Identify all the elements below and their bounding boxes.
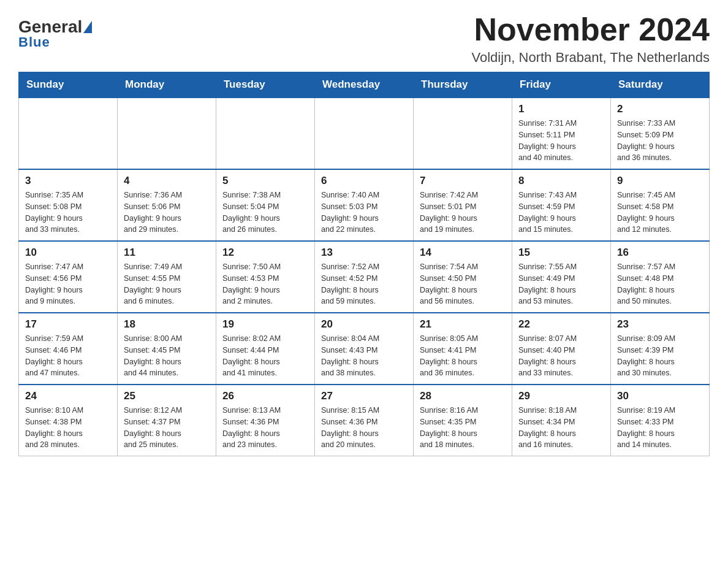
- day-number-2: 2: [617, 103, 703, 115]
- cell-w0-d0: [19, 98, 118, 169]
- day-number-22: 22: [518, 318, 604, 331]
- cell-w4-d6: 30Sunrise: 8:19 AM Sunset: 4:33 PM Dayli…: [611, 385, 710, 456]
- header-wednesday: Wednesday: [315, 72, 414, 98]
- weekday-header-row: Sunday Monday Tuesday Wednesday Thursday…: [19, 72, 710, 98]
- day-number-15: 15: [518, 247, 604, 259]
- day-info-3: Sunrise: 7:35 AM Sunset: 5:08 PM Dayligh…: [25, 190, 111, 236]
- cell-w1-d3: 6Sunrise: 7:40 AM Sunset: 5:03 PM Daylig…: [315, 169, 414, 241]
- day-number-10: 10: [25, 247, 111, 259]
- day-info-1: Sunrise: 7:31 AM Sunset: 5:11 PM Dayligh…: [518, 118, 604, 164]
- header-saturday: Saturday: [611, 72, 710, 98]
- day-number-24: 24: [25, 390, 111, 402]
- cell-w3-d5: 22Sunrise: 8:07 AM Sunset: 4:40 PM Dayli…: [512, 313, 611, 385]
- day-number-3: 3: [25, 175, 111, 187]
- day-number-29: 29: [518, 390, 604, 402]
- day-info-23: Sunrise: 8:09 AM Sunset: 4:39 PM Dayligh…: [617, 333, 703, 379]
- day-number-11: 11: [124, 247, 210, 259]
- week-row-1: 3Sunrise: 7:35 AM Sunset: 5:08 PM Daylig…: [19, 169, 710, 241]
- day-info-25: Sunrise: 8:12 AM Sunset: 4:37 PM Dayligh…: [124, 405, 210, 451]
- cell-w3-d0: 17Sunrise: 7:59 AM Sunset: 4:46 PM Dayli…: [19, 313, 118, 385]
- cell-w3-d6: 23Sunrise: 8:09 AM Sunset: 4:39 PM Dayli…: [611, 313, 710, 385]
- day-info-20: Sunrise: 8:04 AM Sunset: 4:43 PM Dayligh…: [321, 333, 407, 379]
- day-info-6: Sunrise: 7:40 AM Sunset: 5:03 PM Dayligh…: [321, 190, 407, 236]
- cell-w0-d3: [315, 98, 414, 169]
- day-number-14: 14: [420, 247, 506, 259]
- week-row-2: 10Sunrise: 7:47 AM Sunset: 4:56 PM Dayli…: [19, 241, 710, 313]
- day-number-7: 7: [420, 175, 506, 187]
- day-number-26: 26: [222, 390, 308, 402]
- day-number-20: 20: [321, 318, 407, 331]
- cell-w0-d2: [216, 98, 315, 169]
- cell-w1-d5: 8Sunrise: 7:43 AM Sunset: 4:59 PM Daylig…: [512, 169, 611, 241]
- day-info-12: Sunrise: 7:50 AM Sunset: 4:53 PM Dayligh…: [222, 261, 308, 307]
- day-info-24: Sunrise: 8:10 AM Sunset: 4:38 PM Dayligh…: [25, 405, 111, 451]
- title-area: November 2024 Voldijn, North Brabant, Th…: [472, 12, 710, 66]
- day-info-9: Sunrise: 7:45 AM Sunset: 4:58 PM Dayligh…: [617, 190, 703, 236]
- week-row-3: 17Sunrise: 7:59 AM Sunset: 4:46 PM Dayli…: [19, 313, 710, 385]
- day-info-30: Sunrise: 8:19 AM Sunset: 4:33 PM Dayligh…: [617, 405, 703, 451]
- header-sunday: Sunday: [19, 72, 118, 98]
- cell-w2-d0: 10Sunrise: 7:47 AM Sunset: 4:56 PM Dayli…: [19, 241, 118, 313]
- day-info-19: Sunrise: 8:02 AM Sunset: 4:44 PM Dayligh…: [222, 333, 308, 379]
- day-info-22: Sunrise: 8:07 AM Sunset: 4:40 PM Dayligh…: [518, 333, 604, 379]
- day-number-30: 30: [617, 390, 703, 402]
- header-area: General Blue November 2024 Voldijn, Nort…: [18, 12, 710, 66]
- day-number-18: 18: [124, 318, 210, 331]
- cell-w4-d3: 27Sunrise: 8:15 AM Sunset: 4:36 PM Dayli…: [315, 385, 414, 456]
- cell-w3-d1: 18Sunrise: 8:00 AM Sunset: 4:45 PM Dayli…: [118, 313, 216, 385]
- day-info-21: Sunrise: 8:05 AM Sunset: 4:41 PM Dayligh…: [420, 333, 506, 379]
- cell-w0-d6: 2Sunrise: 7:33 AM Sunset: 5:09 PM Daylig…: [611, 98, 710, 169]
- cell-w1-d1: 4Sunrise: 7:36 AM Sunset: 5:06 PM Daylig…: [118, 169, 216, 241]
- day-info-8: Sunrise: 7:43 AM Sunset: 4:59 PM Dayligh…: [518, 190, 604, 236]
- header-friday: Friday: [512, 72, 611, 98]
- day-info-4: Sunrise: 7:36 AM Sunset: 5:06 PM Dayligh…: [124, 190, 210, 236]
- logo-general: General: [18, 18, 82, 36]
- cell-w1-d0: 3Sunrise: 7:35 AM Sunset: 5:08 PM Daylig…: [19, 169, 118, 241]
- cell-w3-d4: 21Sunrise: 8:05 AM Sunset: 4:41 PM Dayli…: [414, 313, 512, 385]
- cell-w1-d6: 9Sunrise: 7:45 AM Sunset: 4:58 PM Daylig…: [611, 169, 710, 241]
- logo: General Blue: [18, 18, 92, 50]
- day-number-9: 9: [617, 175, 703, 187]
- header-monday: Monday: [118, 72, 216, 98]
- day-number-21: 21: [420, 318, 506, 331]
- cell-w2-d5: 15Sunrise: 7:55 AM Sunset: 4:49 PM Dayli…: [512, 241, 611, 313]
- day-info-26: Sunrise: 8:13 AM Sunset: 4:36 PM Dayligh…: [222, 405, 308, 451]
- calendar-table: Sunday Monday Tuesday Wednesday Thursday…: [18, 72, 710, 456]
- cell-w2-d6: 16Sunrise: 7:57 AM Sunset: 4:48 PM Dayli…: [611, 241, 710, 313]
- cell-w4-d2: 26Sunrise: 8:13 AM Sunset: 4:36 PM Dayli…: [216, 385, 315, 456]
- day-number-8: 8: [518, 175, 604, 187]
- day-number-27: 27: [321, 390, 407, 402]
- cell-w0-d4: [414, 98, 512, 169]
- cell-w2-d2: 12Sunrise: 7:50 AM Sunset: 4:53 PM Dayli…: [216, 241, 315, 313]
- cell-w4-d1: 25Sunrise: 8:12 AM Sunset: 4:37 PM Dayli…: [118, 385, 216, 456]
- day-info-10: Sunrise: 7:47 AM Sunset: 4:56 PM Dayligh…: [25, 261, 111, 307]
- cell-w4-d0: 24Sunrise: 8:10 AM Sunset: 4:38 PM Dayli…: [19, 385, 118, 456]
- day-info-18: Sunrise: 8:00 AM Sunset: 4:45 PM Dayligh…: [124, 333, 210, 379]
- location-title: Voldijn, North Brabant, The Netherlands: [472, 50, 710, 66]
- day-number-19: 19: [222, 318, 308, 331]
- month-title: November 2024: [472, 12, 710, 47]
- day-info-7: Sunrise: 7:42 AM Sunset: 5:01 PM Dayligh…: [420, 190, 506, 236]
- header-tuesday: Tuesday: [216, 72, 315, 98]
- cell-w4-d4: 28Sunrise: 8:16 AM Sunset: 4:35 PM Dayli…: [414, 385, 512, 456]
- day-number-4: 4: [124, 175, 210, 187]
- day-info-29: Sunrise: 8:18 AM Sunset: 4:34 PM Dayligh…: [518, 405, 604, 451]
- cell-w1-d2: 5Sunrise: 7:38 AM Sunset: 5:04 PM Daylig…: [216, 169, 315, 241]
- day-number-25: 25: [124, 390, 210, 402]
- cell-w1-d4: 7Sunrise: 7:42 AM Sunset: 5:01 PM Daylig…: [414, 169, 512, 241]
- day-number-16: 16: [617, 247, 703, 259]
- day-number-17: 17: [25, 318, 111, 331]
- cell-w2-d3: 13Sunrise: 7:52 AM Sunset: 4:52 PM Dayli…: [315, 241, 414, 313]
- week-row-4: 24Sunrise: 8:10 AM Sunset: 4:38 PM Dayli…: [19, 385, 710, 456]
- day-number-23: 23: [617, 318, 703, 331]
- day-info-17: Sunrise: 7:59 AM Sunset: 4:46 PM Dayligh…: [25, 333, 111, 379]
- day-info-16: Sunrise: 7:57 AM Sunset: 4:48 PM Dayligh…: [617, 261, 703, 307]
- cell-w3-d3: 20Sunrise: 8:04 AM Sunset: 4:43 PM Dayli…: [315, 313, 414, 385]
- day-number-6: 6: [321, 175, 407, 187]
- cell-w2-d1: 11Sunrise: 7:49 AM Sunset: 4:55 PM Dayli…: [118, 241, 216, 313]
- day-info-5: Sunrise: 7:38 AM Sunset: 5:04 PM Dayligh…: [222, 190, 308, 236]
- cell-w3-d2: 19Sunrise: 8:02 AM Sunset: 4:44 PM Dayli…: [216, 313, 315, 385]
- cell-w4-d5: 29Sunrise: 8:18 AM Sunset: 4:34 PM Dayli…: [512, 385, 611, 456]
- day-info-28: Sunrise: 8:16 AM Sunset: 4:35 PM Dayligh…: [420, 405, 506, 451]
- logo-triangle-icon: [83, 21, 92, 33]
